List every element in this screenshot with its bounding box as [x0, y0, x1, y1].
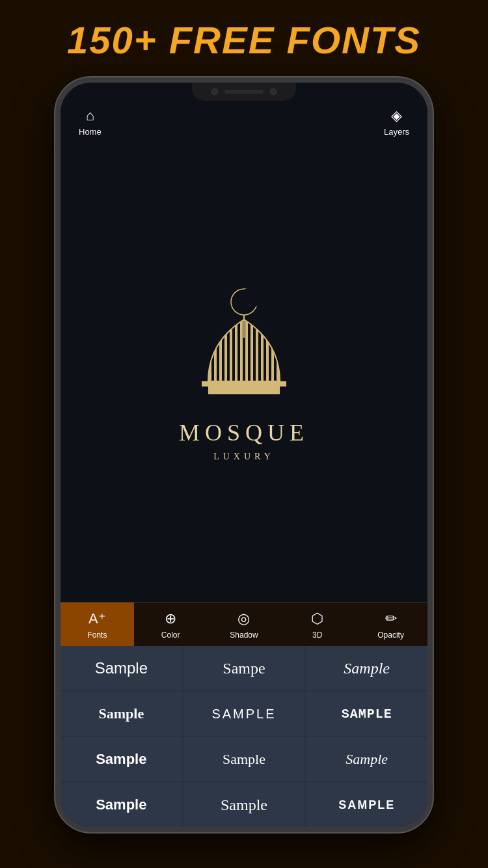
font-sample-7: Sample [223, 751, 265, 768]
font-sample-5: SAMPLE [342, 707, 392, 722]
svg-rect-18 [202, 381, 286, 387]
mosque-logo: MOSQUE LUXURY [179, 284, 309, 462]
side-button-left [55, 226, 57, 258]
fonts-icon: A⁺ [88, 610, 106, 627]
toolbar-color[interactable]: ⊕ Color [134, 603, 208, 646]
opacity-label: Opacity [377, 631, 404, 640]
font-cell-6[interactable]: Sample [61, 737, 182, 781]
layers-label: Layers [384, 127, 409, 137]
color-label: Color [161, 631, 180, 640]
notch-speaker [224, 90, 264, 94]
svg-point-1 [239, 288, 260, 309]
svg-rect-15 [266, 316, 269, 388]
notch-camera [211, 88, 218, 95]
font-cell-0[interactable]: Sample [61, 646, 182, 690]
svg-rect-10 [240, 316, 243, 388]
font-sample-1: Sampe [223, 660, 265, 677]
mosque-illustration [179, 284, 309, 414]
svg-rect-7 [224, 316, 227, 388]
mosque-subtitle: LUXURY [213, 452, 275, 462]
home-icon: ⌂ [86, 107, 94, 124]
svg-rect-9 [235, 316, 237, 388]
layers-button[interactable]: ◈ Layers [384, 107, 409, 137]
phone-mockup: ⌂ Home ◈ Layers [55, 77, 433, 832]
font-cell-11[interactable]: SAMPLE [306, 783, 427, 827]
side-button-right-1 [431, 200, 433, 223]
3d-icon: ⬡ [311, 610, 323, 627]
color-icon: ⊕ [165, 610, 176, 627]
font-sample-6: Sample [96, 751, 146, 768]
opacity-icon: ✏ [385, 610, 397, 627]
layers-icon: ◈ [391, 107, 402, 124]
svg-rect-17 [277, 316, 279, 388]
svg-rect-11 [245, 316, 248, 388]
font-sample-3: Sample [98, 705, 144, 722]
font-cell-10[interactable]: Sample [183, 783, 305, 827]
svg-rect-8 [230, 316, 232, 388]
svg-rect-12 [251, 316, 253, 388]
side-button-right-2 [431, 232, 433, 278]
font-sample-4: SAMPLE [211, 707, 276, 722]
font-sample-11: SAMPLE [338, 798, 395, 812]
toolbar: A⁺ Fonts ⊕ Color ◎ Shadow ⬡ 3D ✏ Opacity [61, 602, 427, 646]
font-cell-9[interactable]: Sample [61, 783, 182, 827]
svg-rect-13 [256, 316, 258, 388]
font-cell-8[interactable]: Sample [306, 737, 427, 781]
svg-rect-6 [219, 316, 222, 388]
font-sample-2: Sample [344, 660, 390, 677]
font-cell-3[interactable]: Sample [61, 692, 182, 736]
shadow-label: Shadow [230, 631, 258, 640]
svg-rect-4 [209, 316, 211, 388]
phone-notch [192, 83, 296, 101]
mosque-title: MOSQUE [179, 419, 309, 446]
shadow-icon: ◎ [237, 610, 250, 627]
font-sample-8: Sample [346, 751, 388, 768]
home-label: Home [79, 127, 102, 137]
toolbar-3d[interactable]: ⬡ 3D [280, 603, 354, 646]
home-button[interactable]: ⌂ Home [79, 107, 102, 137]
canvas-area[interactable]: MOSQUE LUXURY [61, 143, 427, 602]
fonts-label: Fonts [87, 631, 107, 640]
font-sample-10: Sample [221, 796, 267, 814]
font-cell-4[interactable]: SAMPLE [183, 692, 305, 736]
toolbar-opacity[interactable]: ✏ Opacity [354, 603, 427, 646]
toolbar-shadow[interactable]: ◎ Shadow [208, 603, 281, 646]
font-cell-1[interactable]: Sampe [183, 646, 305, 690]
font-cell-2[interactable]: Sample [306, 646, 427, 690]
font-sample-9: Sample [96, 796, 146, 813]
font-grid: Sample Sampe Sample Sample SAMPLE SAMPLE… [61, 646, 427, 827]
font-sample-0: Sample [95, 659, 148, 677]
3d-label: 3D [312, 631, 322, 640]
font-cell-5[interactable]: SAMPLE [306, 692, 427, 736]
toolbar-fonts[interactable]: A⁺ Fonts [61, 603, 134, 646]
notch-camera-2 [270, 88, 277, 95]
page-title: 150+ FREE FONTS [67, 18, 421, 62]
svg-rect-14 [261, 316, 264, 388]
font-cell-7[interactable]: Sample [183, 737, 305, 781]
